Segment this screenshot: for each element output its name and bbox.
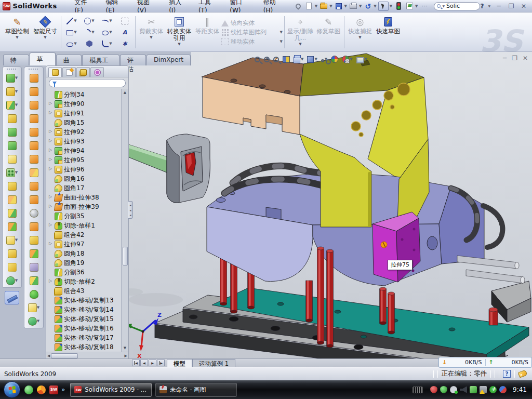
toolbar-overflow-icon[interactable]: ⋯	[419, 2, 429, 10]
security-shield-icon[interactable]	[440, 386, 447, 393]
status-help-icon[interactable]: ?	[503, 370, 511, 378]
tab-nav-button[interactable]: ◀	[132, 360, 140, 366]
ribbon-tab[interactable]: 曲面	[56, 55, 82, 65]
undo-icon[interactable]: ↺	[363, 2, 373, 10]
insert-mold-folder-icon[interactable]	[24, 233, 43, 247]
parting-surface-icon[interactable]	[24, 85, 43, 98]
convert-entities-button[interactable]: 转换实体引用▼	[165, 14, 193, 50]
messenger-icon[interactable]	[24, 385, 33, 394]
shut-off-surface-icon[interactable]	[24, 98, 43, 112]
draft-icon[interactable]	[3, 247, 21, 260]
document-minimize-button[interactable]: ─	[503, 55, 507, 62]
sketch-text-icon[interactable]: A	[116, 26, 134, 38]
tree-item[interactable]: 组合43	[48, 286, 121, 296]
part-top-clamp-plate[interactable]	[202, 58, 303, 135]
tree-item[interactable]: ▷ 曲面-拉伸39	[48, 202, 121, 211]
part-magenta-block[interactable]	[373, 212, 420, 282]
tree-item[interactable]: 圆角15	[48, 118, 121, 127]
box-select-icon[interactable]	[116, 15, 134, 26]
mold-helix-icon[interactable]: ▼	[24, 314, 43, 328]
tree-item[interactable]: ▷ 拉伸95	[48, 155, 121, 165]
chevron-down-icon[interactable]: ▼	[314, 57, 317, 61]
expand-arrow-icon[interactable]: ▷	[49, 204, 52, 208]
expand-arrow-icon[interactable]: ▷	[49, 129, 52, 134]
taskbar-clock[interactable]: 9:41	[513, 386, 527, 393]
chevron-down-icon[interactable]: ▼	[15, 278, 18, 283]
open-document-icon[interactable]	[319, 2, 328, 10]
zoom-fit-icon[interactable]	[255, 57, 260, 62]
tree-item[interactable]: 分割35	[48, 211, 121, 221]
part-leader-pins[interactable]	[457, 256, 525, 284]
tree-item[interactable]: 分割36	[48, 268, 121, 277]
tree-item[interactable]: 实体-移动/复制16	[48, 324, 121, 333]
repair-sketch-button[interactable]: ✎ 修复草图	[314, 14, 342, 50]
chevron-down-icon[interactable]: ▼	[44, 35, 46, 39]
offset-surface-icon[interactable]	[24, 152, 43, 166]
tree-item[interactable]: 实体-移动/复制17	[48, 333, 121, 342]
polygon-icon[interactable]	[81, 38, 98, 49]
mirror-entities-button[interactable]: 镜向实体	[221, 19, 283, 27]
edit-appearance-icon[interactable]	[331, 56, 338, 63]
window-minimize-button[interactable]: ─	[495, 3, 503, 10]
options-icon[interactable]	[405, 2, 414, 10]
tag-icon[interactable]	[518, 370, 528, 378]
tree-item[interactable]: 实体-移动/复制13	[48, 296, 121, 305]
surface-knit-icon[interactable]	[24, 125, 43, 139]
ribbon-tab[interactable]: 特征	[3, 55, 29, 65]
chevron-down-icon[interactable]: ▼	[15, 238, 18, 242]
tree-item[interactable]: ▷ 拉伸91	[48, 109, 121, 118]
scale-icon[interactable]	[24, 166, 43, 179]
core-icon[interactable]	[24, 220, 43, 233]
undercut-analysis-icon[interactable]	[24, 206, 43, 220]
help-icon[interactable]: ?	[480, 3, 484, 10]
quick-snaps-button[interactable]: ◎ 快速捕捉▼	[346, 14, 374, 50]
pattern-icon[interactable]: ▼	[3, 166, 21, 179]
sketch-fillet-icon[interactable]: ▼	[98, 38, 116, 49]
cavity-icon[interactable]	[24, 260, 43, 274]
tree-item[interactable]: 实体-移动/复制15	[48, 314, 121, 324]
trim-surface-icon[interactable]	[24, 193, 43, 206]
featuremanager-tab-icon[interactable]	[48, 67, 62, 77]
configurationmanager-tab-icon[interactable]	[76, 67, 90, 77]
slot-icon[interactable]: ▼	[63, 38, 81, 49]
extruded-boss-icon[interactable]: ▼	[3, 71, 21, 85]
curve-icon[interactable]	[3, 260, 21, 274]
tab-nav-button[interactable]: ◀	[140, 360, 148, 366]
point-icon[interactable]: ✱	[116, 38, 134, 49]
chevron-down-icon[interactable]: ▼	[109, 19, 112, 23]
rapid-sketch-button[interactable]: 快速草图	[374, 14, 402, 50]
expand-arrow-icon[interactable]: ▷	[49, 166, 52, 171]
extruded-cut-icon[interactable]: ▼	[3, 85, 21, 98]
view-settings-icon[interactable]: ▼	[356, 56, 367, 62]
scroll-up-icon[interactable]: ▲	[124, 89, 126, 96]
expand-arrow-icon[interactable]: ▷	[49, 194, 52, 199]
intersect-icon[interactable]	[3, 206, 21, 220]
linear-sketch-pattern-button[interactable]: 线性草图阵列▼	[221, 29, 283, 36]
settings-gear-icon[interactable]	[450, 386, 457, 393]
start-button[interactable]	[4, 381, 20, 398]
section-view-icon[interactable]	[283, 56, 290, 63]
part-gray-carrier[interactable]	[167, 134, 210, 203]
document-close-button[interactable]: ✕	[523, 55, 528, 62]
new-document-icon[interactable]	[304, 2, 314, 10]
move-copy-body-icon[interactable]	[3, 220, 21, 233]
save-icon[interactable]	[334, 2, 343, 10]
tree-item[interactable]: ▷ 拉伸92	[48, 127, 121, 137]
ellipse-icon[interactable]: ▼	[98, 26, 116, 38]
chevron-down-icon[interactable]: ▼	[91, 30, 94, 34]
expand-arrow-icon[interactable]: ▷	[49, 148, 52, 152]
scroll-down-icon[interactable]: ▼	[124, 344, 126, 352]
dimxpertmanager-tab-icon[interactable]	[90, 67, 104, 77]
media-icon[interactable]	[37, 385, 46, 394]
tree-item[interactable]: ▷ 拉伸97	[48, 240, 121, 249]
expand-arrow-icon[interactable]: ▷	[49, 222, 52, 227]
expand-arrow-icon[interactable]: ▷	[49, 157, 52, 162]
offset-entities-button[interactable]: ∥ 等距实体	[193, 14, 221, 50]
chevron-down-icon[interactable]: ▼	[15, 89, 18, 94]
tree-item[interactable]: 实体-移动/复制14	[48, 305, 121, 314]
tree-item[interactable]: 分割34	[48, 90, 121, 99]
apply-scene-icon[interactable]: ▼	[342, 56, 352, 63]
tree-item[interactable]: 圆角16	[48, 174, 121, 183]
boundary-boss-icon[interactable]	[3, 139, 21, 152]
ribbon-tab[interactable]: 模具工具	[82, 55, 119, 65]
